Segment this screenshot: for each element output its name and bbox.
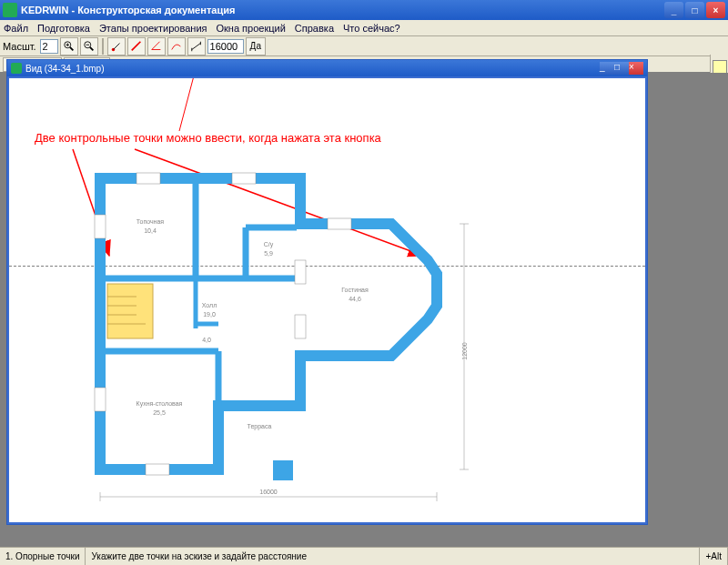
svg-rect-40	[295, 315, 306, 338]
svg-line-5	[89, 46, 93, 50]
child-titlebar: Вид (34-34_1.bmp) _ □ ×	[7, 60, 647, 76]
svg-text:5,9: 5,9	[264, 250, 273, 257]
floor-plan: Топочная 10,4 С/у 5,9 Холл 19,0 Гостиная…	[91, 169, 491, 506]
minimize-button[interactable]: _	[664, 2, 683, 18]
separator	[102, 38, 104, 55]
svg-text:Терраса: Терраса	[248, 423, 272, 430]
svg-rect-33	[136, 173, 160, 184]
mdi-workspace: Вид (34-34_1.bmp) _ □ × Две контрольные …	[0, 73, 728, 547]
app-title: KEDRWIN - Конструкторская документация	[21, 5, 662, 15]
svg-text:19,0: 19,0	[203, 311, 216, 318]
menu-prep[interactable]: Подготовка	[37, 23, 90, 34]
tool-measure-button[interactable]	[187, 37, 206, 55]
svg-line-9	[131, 41, 140, 50]
toolbar-main: Масшт. Да	[0, 36, 728, 56]
svg-rect-35	[328, 218, 351, 229]
da-button[interactable]: Да	[246, 37, 266, 55]
svg-line-12	[191, 43, 200, 49]
statusbar: 1. Опорные точки Укажите две точки на эс…	[0, 547, 728, 565]
child-maximize-button[interactable]: □	[614, 62, 629, 75]
svg-line-15	[179, 78, 197, 131]
svg-rect-39	[295, 260, 306, 284]
tool-arc-button[interactable]	[167, 37, 186, 55]
svg-text:Кухня-столовая: Кухня-столовая	[136, 400, 183, 408]
svg-rect-36	[95, 215, 106, 238]
svg-rect-32	[273, 460, 293, 480]
menu-windows[interactable]: Окна проекций	[217, 23, 286, 34]
svg-line-1	[69, 46, 73, 50]
main-titlebar: KEDRWIN - Конструкторская документация _…	[0, 0, 728, 20]
svg-text:16000: 16000	[259, 489, 278, 495]
child-window: Вид (34-34_1.bmp) _ □ × Две контрольные …	[6, 59, 648, 525]
annotation-text: Две контрольные точки можно ввести, когд…	[35, 131, 381, 145]
tool-point-button[interactable]	[107, 37, 126, 55]
tool-line-button[interactable]	[127, 37, 146, 55]
svg-text:10,4: 10,4	[144, 227, 157, 234]
menu-whatnow[interactable]: Что сейчас?	[343, 23, 400, 34]
status-seg-3: +Alt	[700, 548, 728, 565]
zoom-out-button[interactable]	[80, 37, 98, 55]
scale-label: Масшт.	[3, 41, 36, 52]
svg-rect-26	[107, 284, 153, 338]
menu-help[interactable]: Справка	[295, 23, 334, 34]
scale-input[interactable]	[40, 39, 58, 54]
status-seg-2: Укажите две точки на эскизе и задайте ра…	[86, 548, 700, 565]
menu-file[interactable]: Файл	[4, 23, 28, 34]
svg-line-10	[151, 41, 159, 49]
close-button[interactable]: ×	[706, 2, 725, 18]
svg-rect-34	[232, 173, 256, 184]
maximize-button[interactable]: □	[685, 2, 704, 18]
distance-input[interactable]	[207, 39, 244, 54]
svg-text:12000: 12000	[461, 342, 468, 360]
svg-rect-38	[146, 464, 169, 475]
child-title: Вид (34-34_1.bmp)	[25, 64, 600, 74]
svg-text:25,5: 25,5	[153, 409, 166, 416]
menubar: Файл Подготовка Этапы проектирования Окн…	[0, 20, 728, 36]
svg-text:Топочная: Топочная	[136, 218, 165, 225]
drawing-canvas[interactable]: Две контрольные точки можно ввести, когд…	[7, 76, 647, 524]
child-minimize-button[interactable]: _	[600, 62, 614, 75]
status-seg-1: 1. Опорные точки	[0, 548, 86, 565]
zoom-in-button[interactable]	[60, 37, 78, 55]
svg-line-8	[113, 43, 119, 49]
child-icon	[11, 63, 22, 74]
app-icon	[3, 3, 17, 17]
svg-text:4,0: 4,0	[202, 337, 211, 343]
tool-angle-button[interactable]	[147, 37, 166, 55]
svg-rect-37	[95, 388, 106, 411]
svg-text:Гостиная: Гостиная	[341, 287, 369, 293]
menu-stages[interactable]: Этапы проектирования	[99, 23, 207, 34]
child-close-button[interactable]: ×	[629, 62, 643, 75]
svg-text:Холл: Холл	[202, 302, 217, 308]
svg-text:С/у: С/у	[264, 241, 274, 248]
svg-text:44,6: 44,6	[349, 296, 361, 302]
